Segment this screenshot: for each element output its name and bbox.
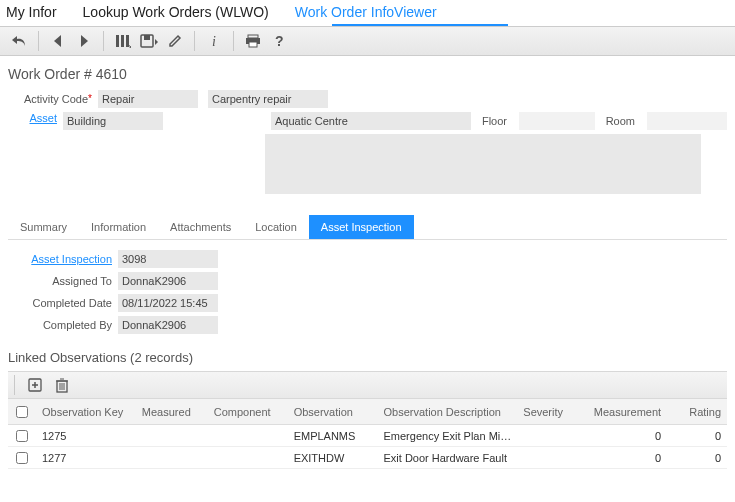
activity-code-label: Activity Code xyxy=(24,93,88,105)
col-measurement[interactable]: Measurement xyxy=(577,406,667,418)
toolbar: i ? xyxy=(0,26,735,56)
col-severity[interactable]: Severity xyxy=(517,406,577,418)
edit-button[interactable] xyxy=(162,30,188,52)
info-button[interactable]: i xyxy=(201,30,227,52)
cell-measurement: 0 xyxy=(577,452,667,464)
svg-text:i: i xyxy=(212,34,216,48)
completed-date-field[interactable]: 08/11/2022 15:45 xyxy=(118,294,218,312)
completed-by-field[interactable]: DonnaK2906 xyxy=(118,316,218,334)
col-observation-key[interactable]: Observation Key xyxy=(36,406,136,418)
building-field[interactable]: Aquatic Centre xyxy=(271,112,471,130)
tab-location[interactable]: Location xyxy=(243,215,309,239)
cell-measurement: 0 xyxy=(577,430,667,442)
asset-notes-field[interactable] xyxy=(265,134,701,194)
cell-desc: Emergency Exit Plan Missi xyxy=(378,430,518,442)
grid-toolbar xyxy=(8,371,727,399)
separator xyxy=(14,375,15,395)
required-icon: * xyxy=(88,93,92,104)
tab-attachments[interactable]: Attachments xyxy=(158,215,243,239)
room-label: Room xyxy=(601,115,641,127)
nav-my-infor[interactable]: My Infor xyxy=(6,4,57,20)
assigned-to-field[interactable]: DonnaK2906 xyxy=(118,272,218,290)
completed-date-label: Completed Date xyxy=(8,297,118,309)
prev-button[interactable] xyxy=(45,30,71,52)
asset-link[interactable]: Asset xyxy=(29,112,57,124)
table-row[interactable]: 1275EMPLANMSEmergency Exit Plan Missi00 xyxy=(8,425,727,447)
svg-rect-8 xyxy=(249,42,257,47)
separator xyxy=(194,31,195,51)
cell-observation: EXITHDW xyxy=(288,452,378,464)
svg-rect-1 xyxy=(121,35,124,47)
cell-desc: Exit Door Hardware Fault xyxy=(378,452,518,464)
print-button[interactable] xyxy=(240,30,266,52)
separator xyxy=(233,31,234,51)
svg-rect-0 xyxy=(116,35,119,47)
nav-infoviewer[interactable]: Work Order InfoViewer xyxy=(295,4,437,20)
room-field[interactable] xyxy=(647,112,727,130)
col-measured[interactable]: Measured xyxy=(136,406,208,418)
col-component[interactable]: Component xyxy=(208,406,288,418)
tab-summary[interactable]: Summary xyxy=(8,215,79,239)
separator xyxy=(38,31,39,51)
col-observation[interactable]: Observation xyxy=(288,406,378,418)
asset-inspection-field[interactable]: 3098 xyxy=(118,250,218,268)
svg-rect-6 xyxy=(248,35,258,38)
tab-information[interactable]: Information xyxy=(79,215,158,239)
assigned-to-label: Assigned To xyxy=(8,275,118,287)
tab-asset-inspection[interactable]: Asset Inspection xyxy=(309,215,414,239)
add-row-button[interactable] xyxy=(27,377,43,393)
asset-type-field[interactable]: Building xyxy=(63,112,163,130)
cell-observation: EMPLANMS xyxy=(288,430,378,442)
next-button[interactable] xyxy=(71,30,97,52)
asset-inspection-link[interactable]: Asset Inspection xyxy=(31,253,112,265)
table-row[interactable]: 1277EXITHDWExit Door Hardware Fault00 xyxy=(8,447,727,469)
select-all-checkbox[interactable] xyxy=(16,406,28,418)
observations-grid: Observation Key Measured Component Obser… xyxy=(8,399,727,469)
grid-header: Observation Key Measured Component Obser… xyxy=(8,399,727,425)
svg-text:?: ? xyxy=(275,34,284,48)
cell-key: 1277 xyxy=(36,452,136,464)
linked-observations-title: Linked Observations (2 records) xyxy=(8,350,727,365)
page-title: Work Order # 4610 xyxy=(8,66,727,82)
activity-code-field[interactable]: Repair xyxy=(98,90,198,108)
cell-key: 1275 xyxy=(36,430,136,442)
cell-rating: 0 xyxy=(667,452,727,464)
sub-tabs: Summary Information Attachments Location… xyxy=(8,212,727,240)
top-nav: My Infor Lookup Work Orders (WLWO) Work … xyxy=(0,0,735,24)
floor-label: Floor xyxy=(477,115,513,127)
delete-row-button[interactable] xyxy=(55,377,69,393)
completed-by-label: Completed By xyxy=(8,319,118,331)
help-button[interactable]: ? xyxy=(266,30,292,52)
undo-button[interactable] xyxy=(6,30,32,52)
floor-field[interactable] xyxy=(519,112,595,130)
row-checkbox[interactable] xyxy=(16,430,28,442)
svg-rect-4 xyxy=(144,35,150,40)
col-rating[interactable]: Rating xyxy=(667,406,727,418)
activity-desc-field[interactable]: Carpentry repair xyxy=(208,90,328,108)
asset-row: Asset Building Aquatic Centre Floor Room xyxy=(8,112,727,194)
nav-lookup[interactable]: Lookup Work Orders (WLWO) xyxy=(83,4,269,20)
columns-button[interactable] xyxy=(110,30,136,52)
row-checkbox[interactable] xyxy=(16,452,28,464)
cell-rating: 0 xyxy=(667,430,727,442)
separator xyxy=(103,31,104,51)
activity-row: Activity Code* Repair Carpentry repair xyxy=(8,90,727,108)
col-description[interactable]: Observation Description xyxy=(378,406,518,418)
save-dropdown-button[interactable] xyxy=(136,30,162,52)
